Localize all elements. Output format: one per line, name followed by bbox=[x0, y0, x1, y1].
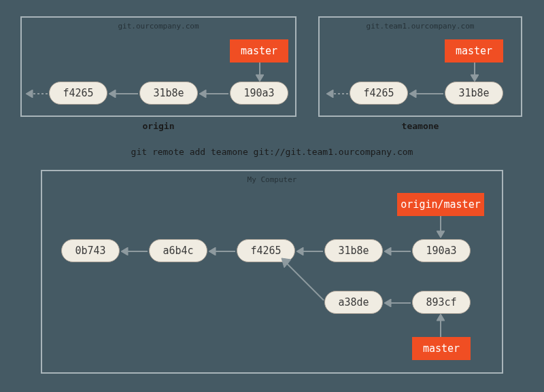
svg-marker-7 bbox=[26, 90, 33, 98]
panel-teamone: git.team1.ourcompany.com master f4265 31… bbox=[318, 16, 522, 117]
svg-marker-23 bbox=[384, 247, 391, 255]
arrow-local-master-up bbox=[437, 314, 445, 337]
panel-teamone-title: git.team1.ourcompany.com bbox=[320, 22, 521, 31]
arrow-local-r1-4-3 bbox=[384, 247, 411, 255]
commit-origin-2: 190a3 bbox=[230, 82, 288, 105]
commit-local-r2-1: 893cf bbox=[412, 291, 471, 314]
svg-marker-13 bbox=[326, 90, 333, 98]
commit-teamone-1: 31b8e bbox=[445, 82, 503, 105]
arrow-origin-c1-c0 bbox=[109, 90, 138, 98]
svg-marker-19 bbox=[209, 247, 216, 255]
svg-marker-29 bbox=[437, 314, 445, 321]
arrow-teamone-master-down bbox=[471, 63, 479, 82]
arrow-origin-c2-c1 bbox=[199, 90, 228, 98]
commit-origin-0: f4265 bbox=[49, 82, 107, 105]
commit-local-r1-3: 31b8e bbox=[324, 239, 383, 262]
branch-teamone-master: master bbox=[445, 39, 503, 63]
arrow-teamone-dashed bbox=[326, 90, 348, 98]
svg-marker-15 bbox=[437, 231, 445, 238]
branch-origin-master: master bbox=[230, 39, 288, 63]
arrow-local-r1-1-0 bbox=[121, 247, 148, 255]
panel-teamone-label: teamone bbox=[318, 121, 522, 131]
svg-marker-5 bbox=[199, 90, 206, 98]
branch-local-origin-master: origin/master bbox=[397, 193, 484, 216]
arrow-origin-dashed bbox=[26, 90, 48, 98]
panel-local: My Computer origin/master 0b743 a6b4c f4… bbox=[41, 170, 503, 374]
command-text: git remote add teamone git://git.team1.o… bbox=[0, 147, 544, 157]
panel-local-title: My Computer bbox=[42, 175, 502, 184]
commit-local-r1-4: 190a3 bbox=[412, 239, 471, 262]
arrow-teamone-c1-c0 bbox=[409, 90, 443, 98]
panel-origin-label: origin bbox=[20, 121, 296, 131]
commit-local-r2-0: a38de bbox=[324, 291, 383, 314]
svg-marker-1 bbox=[256, 75, 264, 82]
svg-marker-3 bbox=[109, 90, 116, 98]
svg-marker-11 bbox=[409, 90, 416, 98]
svg-marker-17 bbox=[121, 247, 128, 255]
panel-origin: git.ourcompany.com master f4265 31b8e 19… bbox=[20, 16, 296, 117]
commit-local-r1-1: a6b4c bbox=[149, 239, 207, 262]
svg-line-26 bbox=[287, 264, 324, 300]
arrow-local-r1-3-2 bbox=[296, 247, 323, 255]
arrow-local-origin-master-down bbox=[437, 216, 445, 238]
svg-marker-9 bbox=[471, 75, 479, 82]
arrow-local-r1-2-1 bbox=[209, 247, 235, 255]
commit-local-r1-0: 0b743 bbox=[61, 239, 120, 262]
arrow-local-a38de-f4265 bbox=[279, 255, 326, 304]
panel-origin-title: git.ourcompany.com bbox=[22, 22, 295, 31]
commit-teamone-0: f4265 bbox=[350, 82, 408, 105]
svg-marker-21 bbox=[296, 247, 303, 255]
commit-origin-1: 31b8e bbox=[139, 82, 198, 105]
arrow-local-r2-1-0 bbox=[384, 299, 411, 307]
branch-local-master: master bbox=[412, 337, 471, 360]
arrow-origin-master-down bbox=[256, 63, 264, 82]
svg-marker-25 bbox=[384, 299, 391, 307]
